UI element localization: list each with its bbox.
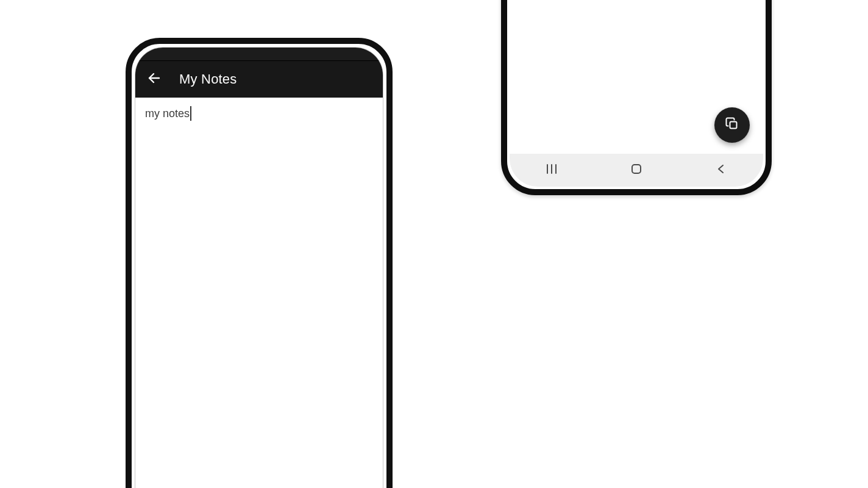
nav-home[interactable] bbox=[603, 158, 670, 182]
note-text: my notes bbox=[145, 107, 190, 120]
phone-screen-right bbox=[510, 0, 763, 187]
copy-icon bbox=[725, 117, 739, 134]
phone-mockup-right bbox=[501, 0, 772, 195]
app-bar: My Notes bbox=[135, 61, 383, 98]
back-button[interactable] bbox=[146, 71, 162, 87]
fab-copy[interactable] bbox=[714, 107, 750, 143]
phone-mockup-left: My Notes my notes bbox=[126, 38, 393, 488]
svg-rect-5 bbox=[632, 165, 641, 173]
recents-icon bbox=[544, 163, 559, 178]
note-editor[interactable]: my notes bbox=[135, 98, 383, 129]
home-icon bbox=[629, 162, 644, 179]
screen-content bbox=[510, 0, 763, 154]
nav-back[interactable] bbox=[688, 158, 755, 182]
app-bar-title: My Notes bbox=[179, 71, 237, 87]
phone-screen-left: My Notes my notes bbox=[135, 47, 383, 488]
arrow-left-icon bbox=[147, 71, 162, 88]
text-cursor bbox=[190, 106, 191, 121]
svg-rect-1 bbox=[730, 122, 737, 129]
chevron-left-icon bbox=[715, 163, 727, 178]
android-nav-bar bbox=[510, 154, 763, 187]
nav-recents[interactable] bbox=[518, 158, 585, 182]
status-bar bbox=[135, 48, 383, 61]
